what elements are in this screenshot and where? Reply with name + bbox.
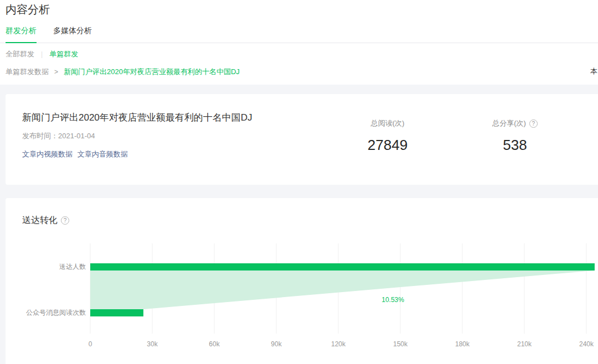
main-tabs: 群发分析 多媒体分析 <box>0 26 598 43</box>
stat-total-reads-value: 27849 <box>332 137 443 154</box>
video-data-link[interactable]: 文章内视频数据 <box>22 150 73 158</box>
help-icon[interactable]: ? <box>61 216 69 225</box>
subtab-all-mass-send[interactable]: 全部群发 <box>6 49 34 59</box>
funnel-top-bar[interactable] <box>90 263 595 271</box>
stat-total-reads: 总阅读(次) 27849 <box>332 118 443 154</box>
breadcrumb-current-article[interactable]: 新闻门户评出2020年对夜店营业额最有利的十名中国DJ <box>64 67 240 77</box>
stat-total-shares-value: 538 <box>460 137 570 154</box>
breadcrumb-separator-icon: > <box>54 68 58 76</box>
x-tick-label: 210k <box>517 340 532 348</box>
funnel-wedge <box>90 271 595 309</box>
page-title: 内容分析 <box>0 1 598 17</box>
x-tick-label: 180k <box>455 340 470 348</box>
x-tick-label: 90k <box>271 340 282 348</box>
help-icon[interactable]: ? <box>529 119 538 128</box>
x-tick-label: 150k <box>393 340 408 348</box>
funnel-chart: 030k60k90k120k150k180k210k240k送达人数公众号消息阅… <box>6 243 598 354</box>
conversion-rate-label: 10.53% <box>382 296 404 304</box>
stat-total-reads-label: 总阅读(次) <box>371 118 405 128</box>
breadcrumb: 单篇群发数据 > 新闻门户评出2020年对夜店营业额最有利的十名中国DJ 本 <box>0 67 598 85</box>
tab-multimedia-analysis[interactable]: 多媒体分析 <box>53 26 92 43</box>
funnel-bottom-bar[interactable] <box>90 309 143 316</box>
x-tick-label: 240k <box>579 340 594 348</box>
funnel-card-title: 送达转化 ? <box>6 198 598 226</box>
sub-tabs: 全部群发 | 单篇群发 <box>0 43 598 59</box>
breadcrumb-root[interactable]: 单篇群发数据 <box>6 67 49 77</box>
x-tick-label: 120k <box>331 340 346 348</box>
page-header: 内容分析 群发分析 多媒体分析 全部群发 | 单篇群发 单篇群发数据 > 新闻门… <box>0 0 598 85</box>
subtab-single-mass-send[interactable]: 单篇群发 <box>49 49 78 59</box>
stat-total-shares: 总分享(次) ? 538 <box>460 118 570 154</box>
article-summary-card: 新闻门户评出2020年对夜店营业额最有利的十名中国DJ 发布时间：2021-01… <box>6 94 598 185</box>
subtab-divider: | <box>41 50 43 58</box>
header-right-partial-link[interactable]: 本 <box>590 66 598 76</box>
row-label: 送达人数 <box>59 263 86 271</box>
funnel-card-title-text: 送达转化 <box>22 215 58 226</box>
x-tick-label: 30k <box>147 340 158 348</box>
stat-total-shares-label: 总分享(次) ? <box>492 118 538 128</box>
row-label: 公众号消息阅读次数 <box>26 309 86 316</box>
delivery-conversion-card: 送达转化 ? 030k60k90k120k150k180k210k240k送达人… <box>6 198 598 364</box>
x-tick-label: 60k <box>209 340 220 348</box>
audio-data-link[interactable]: 文章内音频数据 <box>78 150 128 158</box>
stat-total-shares-text: 总分享(次) <box>492 118 526 128</box>
x-tick-label: 0 <box>89 340 92 348</box>
tab-mass-send-analysis[interactable]: 群发分析 <box>6 26 37 43</box>
